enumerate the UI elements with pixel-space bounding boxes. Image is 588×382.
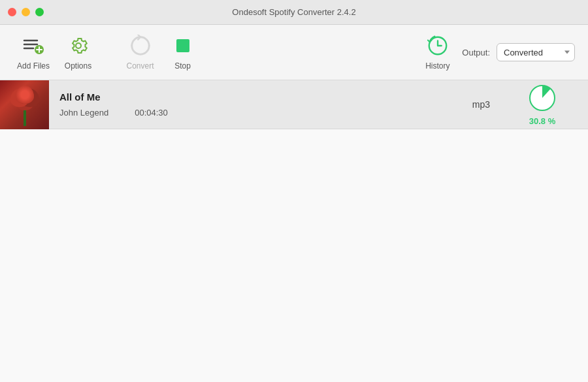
add-files-label: Add Files bbox=[17, 61, 50, 71]
track-artist: John Legend bbox=[59, 108, 108, 118]
output-area: Output: Converted Desktop Downloads Cust… bbox=[462, 43, 575, 61]
album-art bbox=[0, 80, 49, 129]
history-icon bbox=[426, 34, 449, 57]
stop-icon bbox=[171, 34, 195, 57]
title-bar: Ondesoft Spotify Converter 2.4.2 bbox=[0, 0, 588, 25]
output-select[interactable]: Converted Desktop Downloads Custom... bbox=[497, 43, 575, 61]
track-format: mp3 bbox=[453, 99, 510, 110]
convert-icon bbox=[129, 34, 152, 57]
track-title: All of Me bbox=[59, 91, 442, 103]
maximize-button[interactable] bbox=[35, 8, 44, 16]
stop-button[interactable]: Stop bbox=[165, 29, 201, 76]
table-row: All of Me John Legend 00:04:30 mp3 30.8 … bbox=[0, 80, 588, 129]
add-files-icon bbox=[22, 34, 45, 57]
convert-label: Convert bbox=[127, 61, 154, 71]
convert-button[interactable]: Convert bbox=[122, 29, 158, 76]
minimize-button[interactable] bbox=[22, 8, 30, 16]
stop-label: Stop bbox=[174, 61, 191, 71]
close-button[interactable] bbox=[8, 8, 16, 16]
progress-text: 30.8 % bbox=[529, 116, 555, 126]
options-button[interactable]: Options bbox=[60, 29, 96, 76]
window-title: Ondesoft Spotify Converter 2.4.2 bbox=[232, 7, 355, 17]
output-select-wrapper: Converted Desktop Downloads Custom... bbox=[497, 43, 575, 61]
track-duration: 00:04:30 bbox=[135, 108, 168, 118]
window-controls bbox=[8, 8, 44, 16]
history-label: History bbox=[425, 61, 449, 71]
track-progress-area: 30.8 % bbox=[510, 84, 588, 126]
add-files-button[interactable]: Add Files bbox=[13, 29, 54, 76]
history-button[interactable]: History bbox=[419, 29, 455, 76]
main-content: All of Me John Legend 00:04:30 mp3 30.8 … bbox=[0, 80, 588, 382]
options-label: Options bbox=[65, 61, 91, 71]
gear-icon bbox=[67, 34, 90, 57]
toolbar: Add Files Options Convert Stop bbox=[0, 25, 588, 80]
progress-pie-chart bbox=[528, 84, 557, 112]
output-label: Output: bbox=[462, 48, 490, 57]
track-info: All of Me John Legend 00:04:30 bbox=[49, 84, 453, 125]
track-thumbnail bbox=[0, 80, 49, 129]
